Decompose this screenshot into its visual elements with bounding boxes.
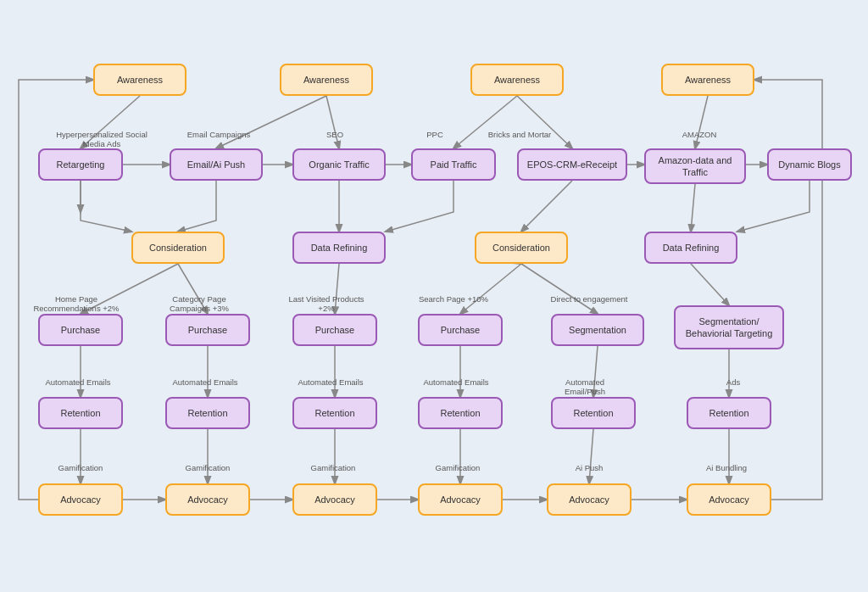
svg-line-13 [521,181,572,232]
label-20: Gamification [424,463,492,472]
node-adv3: Advocacy [292,483,377,516]
node-adv5: Advocacy [547,483,632,516]
label-12: Automated Emails [167,377,243,387]
node-seg1: Segmentation [551,314,644,346]
node-organic: Organic Traffic [292,148,386,181]
node-epos: EPOS-CRM-eReceipt [517,148,627,181]
node-ret1: Retention [38,397,123,429]
node-pur1: Purchase [38,314,123,346]
node-con2: Consideration [475,232,568,264]
node-ret: Retargeting [38,148,123,181]
label-21: Ai Push [564,463,615,472]
label-2: SEO [318,130,352,139]
node-ret4: Retention [418,397,503,429]
node-con1: Consideration [131,232,225,264]
label-22: Ai Bundling [697,463,756,472]
label-3: PPC [422,130,448,139]
node-dynblogs: Dynamic Blogs [767,148,852,181]
label-10: Direct to engagement [547,294,632,304]
node-pur3: Purchase [292,314,377,346]
label-17: Gamification [47,463,114,472]
label-5: AMAZON [674,130,725,139]
node-ret6: Retention [687,397,771,429]
label-15: Automated Email/Push [547,377,623,397]
label-11: Automated Emails [40,377,116,387]
node-ret5: Retention [551,397,636,429]
node-aw3: Awareness [470,64,564,96]
svg-line-4 [517,96,572,148]
node-amazon: Amazon-data and Traffic [644,148,746,184]
svg-line-1 [216,96,326,148]
diagram-canvas: AwarenessAwarenessAwarenessAwarenessReta… [0,0,868,592]
node-aw4: Awareness [661,64,754,96]
label-13: Automated Emails [292,377,369,387]
node-adv6: Advocacy [687,483,771,516]
svg-line-14 [691,184,695,232]
label-4: Bricks and Mortar [481,130,558,139]
node-aw1: Awareness [93,64,186,96]
node-paid: Paid Traffic [411,148,496,181]
label-14: Automated Emails [418,377,494,387]
svg-line-2 [326,96,339,148]
label-19: Gamification [299,463,367,472]
label-9: Search Page +10% [415,294,492,304]
label-7: Category Page Campaigns +3% [153,294,246,314]
node-dataref2: Data Refining [644,232,737,264]
node-email: Email/Ai Push [170,148,263,181]
label-8: Last Visited Products +2% [280,294,373,314]
label-1: Email Campaigns [181,130,257,139]
node-pur2: Purchase [165,314,250,346]
label-16: Ads [716,377,750,387]
node-ret3: Retention [292,397,377,429]
label-6: Home Page Recommendations +2% [25,294,127,314]
node-pur4: Purchase [418,314,503,346]
label-18: Gamification [174,463,242,472]
node-adv4: Advocacy [418,483,503,516]
node-ret2: Retention [165,397,250,429]
svg-line-3 [453,96,517,148]
node-aw2: Awareness [280,64,373,96]
svg-line-26 [589,429,593,483]
node-dataref1: Data Refining [292,232,386,264]
svg-line-5 [695,96,708,148]
label-0: Hyperpersonalized Social Media Ads [51,130,153,149]
node-adv1: Advocacy [38,483,123,516]
node-adv2: Advocacy [165,483,250,516]
node-seg2: Segmentation/ Behaviorial Targeting [674,305,784,349]
